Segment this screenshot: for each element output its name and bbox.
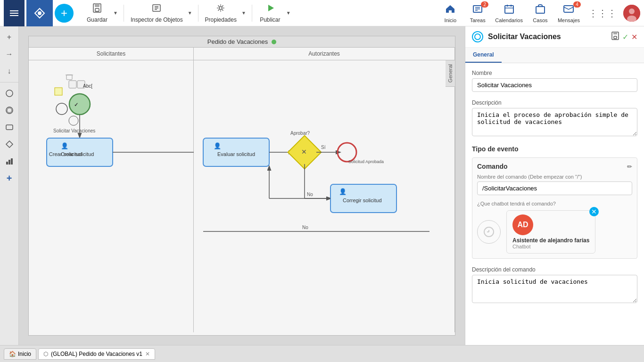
nav-casos[interactable]: Casos [528, 3, 552, 23]
home-icon: 🏠 [9, 351, 16, 357]
svg-rect-31 [69, 81, 76, 88]
chatbot-name: Asistente de alejandro farías [512, 237, 589, 244]
inicio-icon [445, 3, 456, 17]
inspector-icon [151, 3, 162, 16]
save-button[interactable]: Guardar [83, 1, 111, 25]
svg-rect-28 [6, 162, 8, 165]
nav-tareas[interactable]: 2 Tareas [466, 3, 489, 23]
svg-text:Aprobar?: Aprobar? [290, 131, 310, 136]
circle-tool[interactable] [2, 86, 17, 100]
svg-text:👤: 👤 [61, 142, 69, 150]
general-tab-vertical[interactable]: General [446, 60, 455, 87]
svg-rect-33 [55, 88, 62, 95]
panel-header: Solicitar Vacaciones ✓ ✕ [465, 26, 644, 48]
brand-logo [26, 0, 53, 26]
svg-rect-71 [613, 32, 617, 34]
circle2-tool[interactable] [2, 103, 17, 117]
nombre-input[interactable] [472, 78, 637, 92]
save-panel-button[interactable] [611, 32, 619, 42]
status-dot [272, 40, 276, 44]
lane2-svg: 👤 Evaluar solicitud ✕ Aprobar? Sí [194, 62, 454, 332]
chatbot-remove-button[interactable]: ✕ [589, 207, 599, 216]
bottom-tab-diagram[interactable]: ⬡ (GLOBAL) Pedido de Vacaciones v1 ✕ [38, 348, 155, 360]
svg-rect-72 [614, 36, 617, 39]
svg-text:✕: ✕ [301, 148, 307, 156]
svg-rect-36 [66, 75, 72, 80]
diagram-tab-label: (GLOBAL) Pedido de Vacaciones v1 [51, 351, 142, 357]
chart-tool[interactable] [2, 154, 17, 168]
svg-point-69 [475, 34, 480, 40]
svg-text:👤: 👤 [339, 188, 347, 196]
svg-rect-29 [8, 160, 10, 165]
chatbot-card: ✕ AD Asistente de alejandro farías Chatb… [506, 210, 595, 254]
tab-strip: General [465, 48, 644, 63]
svg-marker-27 [6, 141, 13, 148]
add-button[interactable]: + [55, 4, 74, 23]
nav-inicio[interactable]: Inicio [438, 3, 462, 23]
properties-caret[interactable]: ▼ [239, 10, 248, 16]
cmd-desc-label: Descripción del comando [472, 266, 637, 273]
event-icon [472, 31, 483, 42]
close-tab-button[interactable]: ✕ [145, 351, 150, 357]
nav-calendarios[interactable]: Calendarios [493, 3, 525, 23]
inspector-button[interactable]: Inspector de Objetos [128, 1, 186, 25]
svg-rect-30 [11, 158, 13, 165]
nav-right-button[interactable]: → [2, 47, 17, 61]
mensajes-label: Mensajes [558, 17, 580, 23]
grid-button[interactable]: ⋮⋮⋮ [586, 8, 619, 19]
panel-actions: ✓ ✕ [611, 32, 637, 42]
svg-point-0 [38, 11, 41, 15]
inspector-group: Inspector de Objetos ▼ [128, 1, 194, 25]
zoom-in-button[interactable]: + [2, 30, 17, 44]
svg-point-8 [219, 7, 222, 9]
event-type-label: Tipo de evento [472, 145, 637, 153]
svg-text:✓: ✓ [74, 102, 78, 107]
sep3 [252, 5, 252, 22]
svg-rect-14 [505, 6, 513, 13]
rect-tool[interactable] [2, 120, 17, 134]
properties-button[interactable]: Propiedades [202, 1, 239, 25]
nombre-label: Nombre [472, 70, 637, 76]
mensajes-badge: 4 [573, 1, 581, 8]
panel-body: Nombre Descripción Inicia el proceso de … [465, 63, 644, 345]
confirm-button[interactable]: ✓ [622, 32, 628, 42]
properties-icon [215, 3, 226, 16]
add-element-button[interactable]: + [2, 171, 17, 185]
edit-icon[interactable]: ✏ [627, 163, 632, 170]
nav-down-button[interactable]: ↓ [2, 64, 17, 78]
inspector-caret[interactable]: ▼ [186, 10, 194, 16]
desc-textarea[interactable]: Inicia el proceso de aprobación simple d… [472, 108, 637, 136]
svg-point-57 [338, 143, 356, 162]
tareas-badge: 2 [481, 1, 488, 8]
bottom-tab-home[interactable]: 🏠 Inicio [4, 348, 36, 360]
chatbot-question-label: ¿Que chatbot tendrá el comando? [477, 201, 632, 206]
diagram-title: Pedido de Vacaciones [207, 38, 268, 45]
diamond-tool[interactable] [2, 137, 17, 151]
hamburger-menu[interactable] [4, 0, 25, 26]
bottom-bar: 🏠 Inicio ⬡ (GLOBAL) Pedido de Vacaciones… [0, 345, 644, 362]
diagram-header: Pedido de Vacaciones [29, 36, 455, 48]
svg-text:No: No [302, 225, 308, 230]
nav-mensajes[interactable]: 4 Mensajes [556, 3, 582, 23]
chatbot-row: ✕ AD Asistente de alejandro farías Chatb… [477, 210, 632, 254]
svg-text:No: No [307, 192, 313, 197]
comando-input[interactable] [477, 181, 632, 195]
cmd-desc-textarea[interactable]: Inicia solicitud de vacaciones [472, 275, 637, 303]
close-panel-button[interactable]: ✕ [631, 32, 637, 42]
svg-rect-19 [564, 6, 573, 12]
save-caret[interactable]: ▼ [111, 10, 120, 16]
user-avatar[interactable] [623, 5, 640, 22]
svg-marker-9 [268, 5, 274, 11]
svg-rect-3 [95, 8, 99, 11]
svg-point-39 [69, 94, 90, 115]
casos-icon [535, 3, 546, 17]
home-label: Inicio [18, 351, 31, 357]
svg-text:Solicitud Aprobada: Solicitud Aprobada [348, 159, 384, 164]
tab-general[interactable]: General [465, 48, 502, 63]
desc-label: Descripción [472, 99, 637, 106]
publish-button[interactable]: Publicar [256, 1, 284, 25]
svg-text:👤: 👤 [214, 142, 222, 150]
svg-point-23 [6, 90, 13, 97]
publish-caret[interactable]: ▼ [284, 10, 293, 16]
svg-text:Evaluar solicitud: Evaluar solicitud [217, 151, 255, 157]
